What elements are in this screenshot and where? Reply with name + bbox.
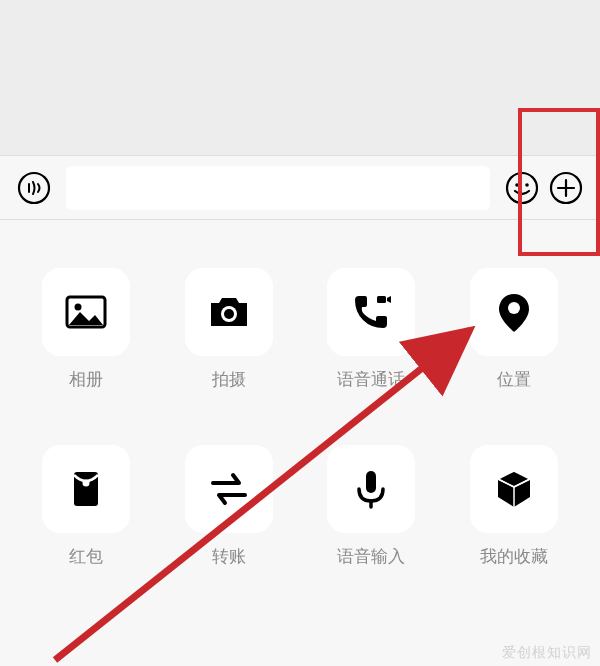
attachment-item-red-packet[interactable]: 红包 xyxy=(30,445,143,568)
phone-video-icon xyxy=(347,288,395,336)
tile xyxy=(42,445,130,533)
svg-point-2 xyxy=(515,183,519,187)
tile xyxy=(470,445,558,533)
plus-circle-icon xyxy=(549,171,583,205)
smile-icon xyxy=(505,171,539,205)
attachment-item-voice-call[interactable]: 语音通话 xyxy=(315,268,428,391)
svg-point-1 xyxy=(507,173,537,203)
cube-icon xyxy=(490,465,538,513)
camera-icon xyxy=(205,288,253,336)
attachment-label: 位置 xyxy=(497,368,531,391)
tile xyxy=(327,268,415,356)
svg-point-14 xyxy=(83,480,90,487)
transfer-icon xyxy=(205,465,253,513)
tile xyxy=(327,445,415,533)
tile xyxy=(185,268,273,356)
tile xyxy=(185,445,273,533)
attachment-label: 相册 xyxy=(69,368,103,391)
mic-icon xyxy=(347,465,395,513)
attachment-item-location[interactable]: 位置 xyxy=(458,268,571,391)
tile xyxy=(470,268,558,356)
attachment-label: 语音输入 xyxy=(337,545,405,568)
voice-wave-icon xyxy=(17,171,51,205)
svg-point-3 xyxy=(525,183,529,187)
pin-icon xyxy=(490,288,538,336)
attachment-label: 拍摄 xyxy=(212,368,246,391)
attachment-item-transfer[interactable]: 转账 xyxy=(173,445,286,568)
svg-rect-11 xyxy=(377,296,386,303)
voice-toggle-button[interactable] xyxy=(12,166,56,210)
red-packet-icon xyxy=(62,465,110,513)
attachment-grid: 相册 拍摄 语音通话 xyxy=(30,268,570,568)
attachment-label: 我的收藏 xyxy=(480,545,548,568)
attachment-item-camera[interactable]: 拍摄 xyxy=(173,268,286,391)
attachment-panel: 相册 拍摄 语音通话 xyxy=(0,220,600,666)
tile xyxy=(42,268,130,356)
chat-background xyxy=(0,0,600,155)
svg-point-8 xyxy=(75,304,82,311)
svg-point-10 xyxy=(224,309,234,319)
attachment-item-favorites[interactable]: 我的收藏 xyxy=(458,445,571,568)
attachment-item-voice-input[interactable]: 语音输入 xyxy=(315,445,428,568)
attachment-label: 转账 xyxy=(212,545,246,568)
emoji-button[interactable] xyxy=(500,166,544,210)
attachment-label: 红包 xyxy=(69,545,103,568)
attachment-label: 语音通话 xyxy=(337,368,405,391)
message-text-input[interactable] xyxy=(66,166,490,210)
image-icon xyxy=(62,288,110,336)
svg-point-12 xyxy=(508,302,520,314)
svg-rect-15 xyxy=(366,471,376,493)
more-button[interactable] xyxy=(544,166,588,210)
watermark-text: 爱创根知识网 xyxy=(502,644,592,662)
attachment-item-album[interactable]: 相册 xyxy=(30,268,143,391)
message-input-bar xyxy=(0,155,600,220)
